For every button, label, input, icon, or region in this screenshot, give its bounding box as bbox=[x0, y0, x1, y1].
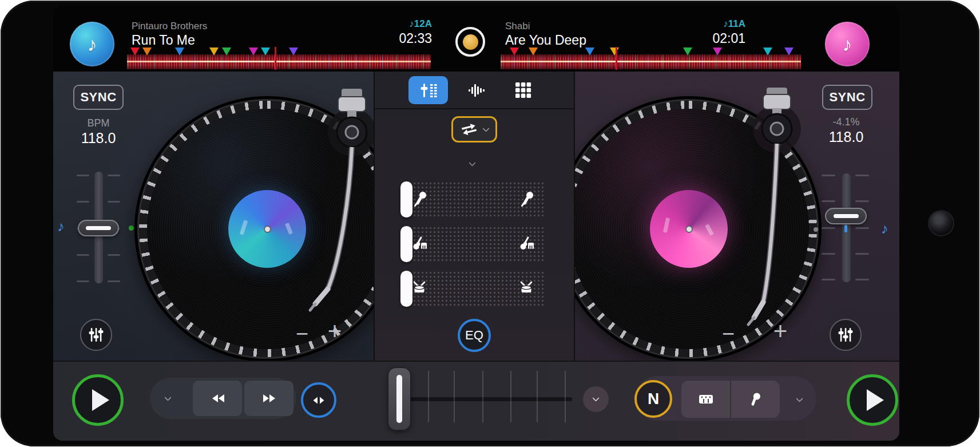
tab-mixer-view[interactable] bbox=[408, 76, 448, 104]
deck-a-sync-button[interactable]: SYNC bbox=[73, 85, 124, 110]
crossfader-options-chevron[interactable] bbox=[583, 386, 609, 412]
cue-marker[interactable] bbox=[763, 48, 772, 56]
deck-b-eq-fx-button[interactable] bbox=[830, 319, 862, 351]
fader-tick bbox=[77, 280, 89, 282]
fader-tick bbox=[77, 254, 89, 256]
rewind-icon bbox=[210, 394, 225, 403]
left-right-arrows-icon bbox=[312, 396, 325, 405]
crossfader-tick bbox=[428, 371, 429, 422]
fader-tick bbox=[855, 227, 869, 229]
sliders-icon bbox=[838, 327, 854, 343]
fader-tick bbox=[822, 175, 835, 176]
deck-a-bpm-value: 118.0 bbox=[64, 130, 133, 147]
fader-tick bbox=[822, 279, 835, 280]
stem-drums-slider-handle[interactable] bbox=[400, 271, 412, 307]
fader-tick bbox=[822, 227, 835, 229]
panel-collapse-chevron[interactable] bbox=[469, 159, 476, 167]
wave-b[interactable] bbox=[501, 47, 801, 70]
scratch-mode-button[interactable] bbox=[301, 382, 336, 418]
cue-marker[interactable] bbox=[209, 48, 219, 56]
cue-marker[interactable] bbox=[175, 48, 184, 56]
deck-b-tempo-plus-button[interactable]: + bbox=[763, 314, 798, 349]
cue-marker[interactable] bbox=[713, 48, 722, 56]
keyboard-button[interactable] bbox=[681, 381, 730, 418]
microphone-button[interactable] bbox=[731, 381, 780, 418]
instruments-icon bbox=[519, 236, 536, 252]
deck-a-waveform[interactable] bbox=[127, 54, 431, 69]
transport-bar: N bbox=[53, 361, 899, 441]
label-text-block bbox=[285, 223, 293, 235]
stem-instruments-slider-handle[interactable] bbox=[400, 226, 412, 262]
fader-tick bbox=[855, 200, 869, 202]
crossfader-track[interactable] bbox=[400, 397, 572, 401]
cue-marker[interactable] bbox=[130, 48, 140, 56]
deck-b-sync-button[interactable]: SYNC bbox=[822, 85, 872, 110]
deck-b-tempo-minus-button[interactable]: − bbox=[711, 317, 745, 351]
deck-a: SYNC BPM 118.0 ♪ bbox=[53, 72, 374, 361]
spindle bbox=[264, 226, 271, 233]
drums-icon bbox=[412, 280, 429, 296]
tab-waveform-view[interactable] bbox=[457, 76, 496, 104]
crossfader-handle-line bbox=[396, 375, 402, 423]
deck-a-eq-fx-button[interactable] bbox=[80, 319, 112, 351]
deck-b-artist: Shabi bbox=[505, 21, 530, 32]
deck-b-record-label[interactable] bbox=[650, 190, 728, 268]
stem-vocals-slider-handle[interactable] bbox=[400, 181, 412, 217]
crossfader-tick bbox=[482, 371, 483, 422]
note-icon: ♪ bbox=[409, 18, 414, 29]
neural-mix-button[interactable]: N bbox=[634, 380, 672, 418]
deck-b-bpm-value: 118.0 bbox=[812, 129, 880, 145]
cue-marker[interactable] bbox=[585, 48, 594, 56]
cue-marker[interactable] bbox=[610, 48, 619, 56]
deck-b-album-art[interactable]: ♪ bbox=[825, 22, 870, 66]
deck-a-tonearm[interactable] bbox=[298, 88, 374, 334]
deck-a-tempo-plus-button[interactable]: + bbox=[318, 314, 352, 349]
mixer-panel: EQ bbox=[374, 72, 575, 361]
deck-a-key: ♪12A bbox=[351, 18, 432, 30]
wave-a[interactable] bbox=[127, 47, 431, 70]
deck-a-record-label[interactable] bbox=[228, 190, 306, 268]
microphone-icon bbox=[412, 191, 429, 207]
deck-b-pitch-note-icon: ♪ bbox=[881, 220, 888, 237]
label-text-block bbox=[705, 224, 714, 236]
fx-mode-dropdown[interactable] bbox=[451, 116, 497, 143]
cue-marker[interactable] bbox=[142, 48, 152, 56]
deck-a-artist: Pintauro Brothers bbox=[132, 21, 207, 32]
deck-a-pitch-note-icon: ♪ bbox=[57, 218, 65, 235]
cue-marker[interactable] bbox=[289, 48, 298, 56]
cue-marker[interactable] bbox=[784, 48, 793, 56]
fader-tick bbox=[108, 280, 120, 282]
deck-b-waveform[interactable] bbox=[501, 54, 801, 69]
record-indicator bbox=[463, 34, 478, 50]
cue-marker[interactable] bbox=[261, 48, 270, 56]
cue-marker[interactable] bbox=[529, 48, 538, 56]
fader-tick bbox=[822, 253, 835, 255]
crossfader-handle[interactable] bbox=[388, 367, 411, 430]
deck-a-tempo-fader-handle[interactable] bbox=[78, 220, 119, 236]
eq-toggle-button[interactable]: EQ bbox=[458, 319, 491, 352]
rewind-button[interactable] bbox=[193, 381, 242, 416]
deck-a-tempo-minus-button[interactable]: − bbox=[285, 317, 319, 351]
cue-marker[interactable] bbox=[249, 48, 258, 56]
deck-a-play-button[interactable] bbox=[72, 374, 124, 426]
deck-b-tempo-fader-handle[interactable] bbox=[825, 208, 867, 224]
note-icon: ♪ bbox=[723, 18, 728, 29]
mixer-view-icon bbox=[420, 82, 437, 98]
fast-forward-button[interactable] bbox=[244, 381, 293, 416]
record-button[interactable] bbox=[455, 27, 485, 57]
chevron-down-icon bbox=[592, 394, 600, 402]
deck-b-play-button[interactable] bbox=[847, 374, 898, 426]
keyboard-icon bbox=[699, 393, 713, 406]
deck-b-key: ♪11A bbox=[660, 18, 745, 30]
pads-view-icon bbox=[515, 82, 531, 98]
tab-pads-view[interactable] bbox=[503, 76, 543, 104]
fader-tick bbox=[77, 175, 89, 176]
cue-marker[interactable] bbox=[510, 48, 519, 56]
deck-a-time: 02:33 bbox=[351, 31, 432, 46]
deck-b-title: Are You Deep bbox=[505, 33, 586, 48]
cue-marker[interactable] bbox=[222, 48, 231, 56]
spindle bbox=[685, 226, 693, 233]
fader-handle-line bbox=[86, 226, 111, 230]
cue-marker[interactable] bbox=[683, 48, 692, 56]
deck-a-album-art[interactable]: ♪ bbox=[70, 22, 114, 66]
